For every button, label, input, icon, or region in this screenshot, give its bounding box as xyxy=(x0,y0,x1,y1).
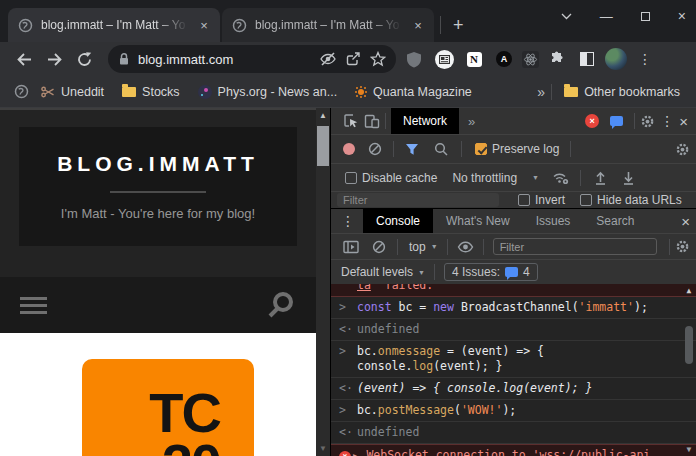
bookmark-uneddit[interactable]: Uneddit xyxy=(35,85,110,99)
network-conditions-icon[interactable] xyxy=(552,170,569,185)
drawer-tab-issues[interactable]: Issues xyxy=(523,209,584,233)
window-minimize-button[interactable]: — xyxy=(600,9,613,24)
page-scrollbar[interactable]: ▲ ▼ xyxy=(316,108,330,456)
error-count-badge[interactable]: × xyxy=(585,114,599,128)
tab-separator xyxy=(440,16,441,34)
devtools-settings-icon[interactable] xyxy=(640,114,655,129)
drawer-tab-search[interactable]: Search xyxy=(583,209,647,233)
hide-data-urls-checkbox[interactable] xyxy=(580,194,592,206)
extensions-puzzle-icon[interactable] xyxy=(545,47,569,71)
preserve-log-checkbox[interactable] xyxy=(475,143,487,155)
window-chevron-icon[interactable] xyxy=(561,13,572,20)
web-page: BLOG.IMMATT I'm Matt - You're here for m… xyxy=(0,108,316,456)
network-filter-icon[interactable] xyxy=(405,143,419,156)
post-featured-image[interactable]: TC 20 xyxy=(82,359,254,456)
back-icon[interactable] xyxy=(12,47,36,71)
import-har-icon[interactable] xyxy=(594,171,607,185)
ublock-extension-icon[interactable] xyxy=(402,47,426,71)
console-filter-input[interactable] xyxy=(493,238,657,255)
share-icon[interactable] xyxy=(345,51,362,67)
devtools-menu-icon[interactable]: ⋮ xyxy=(660,113,674,129)
scrollbar-thumb[interactable] xyxy=(317,126,329,166)
profile-avatar[interactable] xyxy=(605,48,627,70)
dark-mode-extension-icon[interactable] xyxy=(575,47,599,71)
divider xyxy=(669,239,670,255)
disable-cache-checkbox[interactable] xyxy=(345,172,357,184)
log-levels-select[interactable]: Default levels xyxy=(341,265,413,279)
browser-tab-2[interactable]: blog.immatt – I'm Matt – Yo × xyxy=(222,8,434,42)
divider xyxy=(434,264,435,280)
url-text[interactable]: blog.immatt.com xyxy=(138,52,311,67)
more-panels-icon[interactable]: » xyxy=(468,114,475,129)
inspect-element-icon[interactable] xyxy=(343,113,359,129)
bookmark-quanta[interactable]: Quanta Magazine xyxy=(349,85,478,99)
device-toolbar-icon[interactable] xyxy=(364,114,380,129)
network-search-icon[interactable] xyxy=(434,142,448,156)
drawer-close-icon[interactable]: × xyxy=(681,213,690,230)
console-context-select[interactable]: top xyxy=(409,240,426,254)
browser-menu-icon[interactable]: ⋮ xyxy=(633,47,657,71)
clear-network-icon[interactable] xyxy=(368,142,382,156)
export-har-icon[interactable] xyxy=(622,171,635,185)
record-network-log-icon[interactable] xyxy=(343,143,355,155)
notion-extension-icon[interactable]: N xyxy=(462,47,486,71)
apps-globe-icon[interactable] xyxy=(14,84,29,99)
issues-bubble-icon[interactable] xyxy=(610,116,623,126)
error-link[interactable]: ta xyxy=(357,284,371,292)
scroll-up-icon[interactable]: ▲ xyxy=(316,111,330,120)
other-bookmarks-folder[interactable]: Other bookmarks xyxy=(558,85,686,99)
bookmark-physorg[interactable]: Phys.org - News an... xyxy=(192,85,344,99)
issues-count-button[interactable]: 4 Issues: 4 xyxy=(444,263,538,281)
throttling-select[interactable]: No throttling xyxy=(452,171,517,185)
scrollbar-thumb[interactable] xyxy=(685,326,693,364)
new-tab-button[interactable]: + xyxy=(453,15,464,36)
invert-checkbox[interactable] xyxy=(518,194,530,206)
scroll-down-icon[interactable]: ▼ xyxy=(683,445,695,454)
forward-icon[interactable] xyxy=(42,47,66,71)
bookmarks-overflow-icon[interactable]: » xyxy=(537,84,545,100)
window-close-button[interactable]: × xyxy=(678,8,686,24)
site-header: BLOG.IMMATT I'm Matt - You're here for m… xyxy=(19,127,297,246)
devtools-tab-network[interactable]: Network xyxy=(391,108,459,134)
react-devtools-extension-icon[interactable] xyxy=(522,51,539,68)
live-expression-eye-icon[interactable] xyxy=(457,241,474,253)
scroll-up-icon[interactable]: ▲ xyxy=(687,286,692,295)
drawer-tab-console[interactable]: Console xyxy=(363,209,433,233)
tab-close-icon[interactable]: × xyxy=(410,17,426,33)
news-extension-icon[interactable] xyxy=(432,47,456,71)
browser-toolbar: blog.immatt.com N A ⋮ xyxy=(0,42,696,76)
divider xyxy=(110,191,206,193)
error-link[interactable]: wss://public-api. xyxy=(540,448,658,456)
site-title[interactable]: BLOG.IMMATT xyxy=(57,152,259,176)
divider xyxy=(634,113,635,129)
hamburger-menu-icon[interactable] xyxy=(20,293,47,318)
a-extension-icon[interactable]: A xyxy=(492,47,516,71)
browser-tab-1[interactable]: blog.immatt – I'm Matt – Yo × xyxy=(8,8,220,42)
network-filter-row: Invert Hide data URLs xyxy=(331,192,696,208)
network-settings-icon[interactable] xyxy=(675,142,690,157)
drawer-menu-icon[interactable]: ⋮ xyxy=(333,213,363,229)
scroll-down-icon[interactable]: ▼ xyxy=(316,444,330,453)
console-sidebar-toggle-icon[interactable] xyxy=(343,240,359,254)
bookmark-star-icon[interactable] xyxy=(370,51,386,67)
eye-off-icon[interactable] xyxy=(319,51,337,67)
bookmark-label: Other bookmarks xyxy=(584,85,680,99)
console-input-row: >bc.onmessage = (event) => {console.log(… xyxy=(331,341,696,378)
console-scrollbar[interactable]: ▲ ▼ xyxy=(683,286,695,454)
console-input-row: >const bc = new BroadcastChannel('immatt… xyxy=(331,297,696,319)
console-error-icon: ×▶ xyxy=(339,448,360,456)
network-filter-input[interactable] xyxy=(337,193,499,207)
window-maximize-button[interactable] xyxy=(641,12,650,21)
devtools-close-icon[interactable]: × xyxy=(679,113,688,130)
clear-console-icon[interactable] xyxy=(372,240,386,254)
address-bar[interactable]: blog.immatt.com xyxy=(108,45,396,73)
site-search-icon[interactable] xyxy=(266,290,296,320)
console-result-row: <·(event) => { console.log(event); } xyxy=(331,378,696,400)
console-result-row: <·undefined xyxy=(331,422,696,444)
expand-triangle-icon[interactable]: ▶ xyxy=(353,451,358,456)
tab-close-icon[interactable]: × xyxy=(196,17,212,33)
drawer-tab-whats-new[interactable]: What's New xyxy=(433,209,523,233)
bookmark-folder-stocks[interactable]: Stocks xyxy=(116,85,186,99)
reload-icon[interactable] xyxy=(72,47,96,71)
console-settings-icon[interactable] xyxy=(675,239,690,254)
